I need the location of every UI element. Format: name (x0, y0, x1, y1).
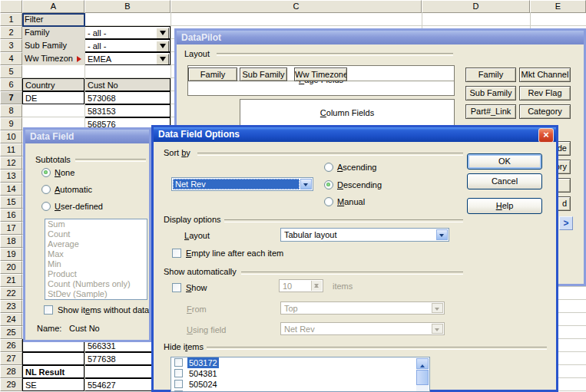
row-header-2[interactable]: 2 (0, 26, 22, 39)
hide-item-checkbox[interactable] (174, 358, 183, 367)
page-field-button-ww-timezone[interactable]: Ww Timezone (294, 68, 347, 81)
row-header-14[interactable]: 14 (0, 183, 22, 196)
scrollbar-thumb[interactable] (416, 370, 429, 385)
row-header-6[interactable]: 6 (0, 78, 22, 91)
field-button-category[interactable]: Category (519, 104, 571, 119)
row-header-8[interactable]: 8 (0, 104, 22, 117)
cell-B2[interactable]: - all - (84, 26, 171, 39)
hide-items-listbox[interactable]: 503172504381505024504107 (171, 357, 430, 392)
row-header-23[interactable]: 23 (0, 300, 22, 313)
row-header-15[interactable]: 15 (0, 196, 22, 209)
cell-A6[interactable]: Country (22, 78, 84, 91)
row-header-1[interactable]: 1 (0, 13, 22, 26)
show-checkbox[interactable] (172, 283, 181, 292)
row-header-5[interactable]: 5 (0, 65, 22, 78)
field-button-mkt-channel[interactable]: Mkt Channel (519, 68, 571, 82)
scrollbar[interactable] (416, 358, 429, 391)
row-header-11[interactable]: 11 (0, 143, 22, 156)
row-header-25[interactable]: 25 (0, 326, 22, 339)
datapilot-titlebar[interactable]: DataPilot (177, 31, 584, 44)
help-button[interactable]: Help (467, 198, 542, 214)
page-field-button-sub-family[interactable]: Sub Family (240, 68, 287, 81)
subtotal-function-item[interactable]: Product (45, 269, 147, 279)
sort-radio-manual[interactable] (324, 197, 333, 206)
row-header-10[interactable]: 10 (0, 130, 22, 143)
cell-B4[interactable]: EMEA (84, 52, 171, 65)
subtotal-function-item[interactable]: Average (45, 239, 147, 249)
hide-item-checkbox[interactable] (174, 369, 183, 377)
column-header-A[interactable]: A (22, 0, 84, 13)
cell-A27[interactable] (22, 352, 84, 365)
cell-A4[interactable]: Ww Timezon (22, 52, 84, 65)
field-button-rev-flag[interactable]: Rev Flag (519, 86, 571, 100)
row-header-18[interactable]: 18 (0, 235, 22, 248)
field-button-part-link[interactable]: Part#_Link (465, 104, 516, 119)
row-header-19[interactable]: 19 (0, 248, 22, 261)
spinner-arrows-icon[interactable] (311, 281, 322, 291)
column-header-B[interactable]: B (84, 0, 171, 13)
row-header-9[interactable]: 9 (0, 117, 22, 130)
row-header-28[interactable]: 28 (0, 365, 22, 378)
more-expand-button[interactable]: > (559, 216, 573, 230)
subtotal-function-item[interactable]: Count (Numbers only) (45, 279, 147, 289)
cell-B6[interactable]: Cust No (84, 78, 171, 91)
filter-dropdown-icon[interactable] (156, 54, 169, 65)
subtotal-function-item[interactable]: Sum (45, 219, 147, 229)
row-header-13[interactable]: 13 (0, 170, 22, 183)
subtotal-functions-listbox[interactable]: SumCountAverageMaxMinProductCount (Numbe… (45, 219, 147, 300)
column-header-E[interactable]: E (530, 0, 586, 13)
sort-by-field-select[interactable]: Net Rev (171, 177, 313, 191)
column-header-C[interactable]: C (171, 0, 422, 13)
cell-A29[interactable]: SE (22, 378, 84, 391)
scroll-up-icon[interactable] (416, 358, 429, 369)
items-count-spinner[interactable]: 10 (279, 279, 323, 292)
hide-item-row[interactable]: 503172 (171, 357, 429, 368)
subtotals-radio-user-defined[interactable] (41, 202, 51, 211)
row-header-27[interactable]: 27 (0, 352, 22, 365)
subtotals-radio-none[interactable] (41, 168, 51, 177)
filter-dropdown-icon[interactable] (156, 41, 169, 52)
row-header-12[interactable]: 12 (0, 156, 22, 170)
cell-B7[interactable]: 573068 (84, 91, 171, 104)
row-header-20[interactable]: 20 (0, 261, 22, 274)
row-header-29[interactable]: 29 (0, 378, 22, 391)
sort-radio-ascending[interactable] (324, 163, 333, 172)
cell-A2[interactable]: Family (22, 26, 84, 39)
chevron-down-icon[interactable] (436, 229, 448, 240)
hide-item-row[interactable]: 505024 (171, 379, 429, 390)
field-button-sub-family[interactable]: Sub Family (465, 86, 516, 100)
chevron-down-icon[interactable] (300, 179, 312, 189)
sort-radio-descending[interactable] (324, 180, 333, 189)
subtotal-function-item[interactable]: Max (45, 249, 147, 259)
row-header-4[interactable]: 4 (0, 52, 22, 65)
cell-A3[interactable]: Sub Family (22, 39, 84, 52)
data-field-titlebar[interactable]: Data Field (25, 130, 149, 143)
cell-B3[interactable]: - all - (84, 39, 171, 52)
hide-item-checkbox[interactable] (174, 380, 183, 388)
subtotal-function-item[interactable]: Min (45, 259, 147, 269)
row-header-22[interactable]: 22 (0, 287, 22, 300)
subtotal-function-item[interactable]: Count (45, 229, 147, 239)
field-button-family[interactable]: Family (465, 68, 516, 82)
cell-A28[interactable]: NL Result (22, 365, 84, 378)
cell-B8[interactable]: 583153 (84, 104, 171, 117)
row-header-26[interactable]: 26 (0, 339, 22, 352)
empty-line-checkbox[interactable] (172, 249, 181, 258)
hide-item-row[interactable]: 504381 (171, 368, 429, 379)
row-header-21[interactable]: 21 (0, 274, 22, 287)
row-header-17[interactable]: 17 (0, 222, 22, 235)
row-header-7[interactable]: 7 (0, 91, 22, 104)
show-items-without-data-checkbox[interactable] (44, 305, 53, 315)
cancel-button[interactable]: Cancel (467, 173, 542, 189)
row-header-3[interactable]: 3 (0, 39, 22, 52)
sheet-corner-box[interactable] (0, 0, 22, 13)
row-header-24[interactable]: 24 (0, 313, 22, 326)
subtotals-radio-automatic[interactable] (41, 185, 51, 194)
layout-select[interactable]: Tabular layout (280, 228, 449, 242)
ok-button[interactable]: OK (467, 153, 542, 170)
filter-dropdown-icon[interactable] (156, 28, 169, 39)
close-icon[interactable]: × (538, 128, 554, 143)
cell-A7[interactable]: DE (22, 91, 84, 104)
data-field-options-titlebar[interactable]: Data Field Options (154, 127, 556, 142)
column-header-D[interactable]: D (422, 0, 530, 13)
